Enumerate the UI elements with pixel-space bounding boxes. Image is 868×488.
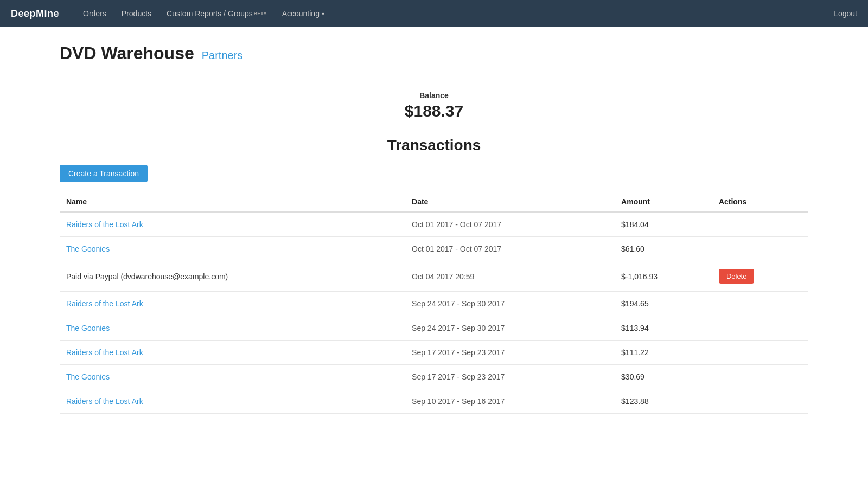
transaction-amount-cell: $61.60 [615,237,712,261]
partners-link[interactable]: Partners [202,49,243,62]
transaction-actions-cell [712,389,808,414]
transaction-amount-cell: $111.22 [615,341,712,365]
transactions-title: Transactions [60,137,808,154]
logout-button[interactable]: Logout [834,9,857,18]
col-header-name: Name [60,192,405,212]
transaction-name-link[interactable]: The Goonies [66,373,110,381]
transaction-actions-cell [712,212,808,237]
transaction-date-cell: Oct 04 2017 20:59 [405,261,615,292]
transaction-name-cell: Paid via Paypal (dvdwarehouse@example.co… [60,261,405,292]
transactions-tbody: Raiders of the Lost ArkOct 01 2017 - Oct… [60,212,808,414]
transaction-date-cell: Sep 24 2017 - Sep 30 2017 [405,316,615,341]
transaction-name-link[interactable]: Raiders of the Lost Ark [66,348,143,357]
transaction-name-link[interactable]: The Goonies [66,324,110,332]
transaction-amount-cell: $30.69 [615,365,712,389]
transaction-date-cell: Sep 24 2017 - Sep 30 2017 [405,292,615,316]
transaction-name-text: Paid via Paypal (dvdwarehouse@example.co… [66,272,228,281]
table-row: The GooniesSep 24 2017 - Sep 30 2017$113… [60,316,808,341]
table-row: Raiders of the Lost ArkSep 17 2017 - Sep… [60,341,808,365]
transaction-name-cell: The Goonies [60,237,405,261]
transaction-name-cell: The Goonies [60,365,405,389]
table-row: The GooniesSep 17 2017 - Sep 23 2017$30.… [60,365,808,389]
col-header-actions: Actions [712,192,808,212]
table-row: Raiders of the Lost ArkSep 10 2017 - Sep… [60,389,808,414]
balance-amount: $188.37 [60,102,808,120]
balance-label: Balance [60,91,808,100]
transaction-name-link[interactable]: Raiders of the Lost Ark [66,220,143,229]
delete-transaction-button[interactable]: Delete [719,269,755,284]
transaction-amount-cell: $113.94 [615,316,712,341]
nav-link-custom-reports[interactable]: Custom Reports / GroupsBETA [159,0,275,27]
col-header-date: Date [405,192,615,212]
transaction-amount-cell: $-1,016.93 [615,261,712,292]
page-header: DVD Warehouse Partners [60,43,808,70]
nav-links: OrdersProductsCustom Reports / GroupsBET… [75,0,834,27]
transaction-date-cell: Oct 01 2017 - Oct 07 2017 [405,212,615,237]
transaction-name-cell: Raiders of the Lost Ark [60,341,405,365]
transaction-actions-cell: Delete [712,261,808,292]
nav-brand: DeepMine [11,8,59,20]
transaction-date-cell: Sep 17 2017 - Sep 23 2017 [405,365,615,389]
transaction-amount-cell: $194.65 [615,292,712,316]
transaction-name-link[interactable]: Raiders of the Lost Ark [66,299,143,308]
table-row: Paid via Paypal (dvdwarehouse@example.co… [60,261,808,292]
transaction-actions-cell [712,316,808,341]
transaction-actions-cell [712,365,808,389]
table-row: The GooniesOct 01 2017 - Oct 07 2017$61.… [60,237,808,261]
col-header-amount: Amount [615,192,712,212]
transaction-name-cell: The Goonies [60,316,405,341]
page-container: DVD Warehouse Partners Balance $188.37 T… [43,27,825,430]
transaction-amount-cell: $123.88 [615,389,712,414]
transaction-date-cell: Sep 17 2017 - Sep 23 2017 [405,341,615,365]
transactions-table: Name Date Amount Actions Raiders of the … [60,192,808,414]
transactions-section: Transactions Create a Transaction Name D… [60,137,808,414]
nav-link-products[interactable]: Products [114,0,159,27]
transaction-name-cell: Raiders of the Lost Ark [60,292,405,316]
nav-link-orders[interactable]: Orders [75,0,114,27]
transaction-actions-cell [712,341,808,365]
transaction-actions-cell [712,292,808,316]
balance-section: Balance $188.37 [60,75,808,126]
transaction-actions-cell [712,237,808,261]
transaction-name-cell: Raiders of the Lost Ark [60,389,405,414]
transaction-amount-cell: $184.04 [615,212,712,237]
transaction-name-link[interactable]: Raiders of the Lost Ark [66,397,143,406]
table-row: Raiders of the Lost ArkSep 24 2017 - Sep… [60,292,808,316]
nav-link-accounting[interactable]: Accounting▾ [275,0,332,27]
transaction-name-cell: Raiders of the Lost Ark [60,212,405,237]
transaction-date-cell: Oct 01 2017 - Oct 07 2017 [405,237,615,261]
transaction-date-cell: Sep 10 2017 - Sep 16 2017 [405,389,615,414]
table-row: Raiders of the Lost ArkOct 01 2017 - Oct… [60,212,808,237]
create-transaction-button[interactable]: Create a Transaction [60,165,148,182]
navbar: DeepMine OrdersProductsCustom Reports / … [0,0,868,27]
page-title: DVD Warehouse [60,43,194,63]
transaction-name-link[interactable]: The Goonies [66,245,110,253]
table-header-row: Name Date Amount Actions [60,192,808,212]
